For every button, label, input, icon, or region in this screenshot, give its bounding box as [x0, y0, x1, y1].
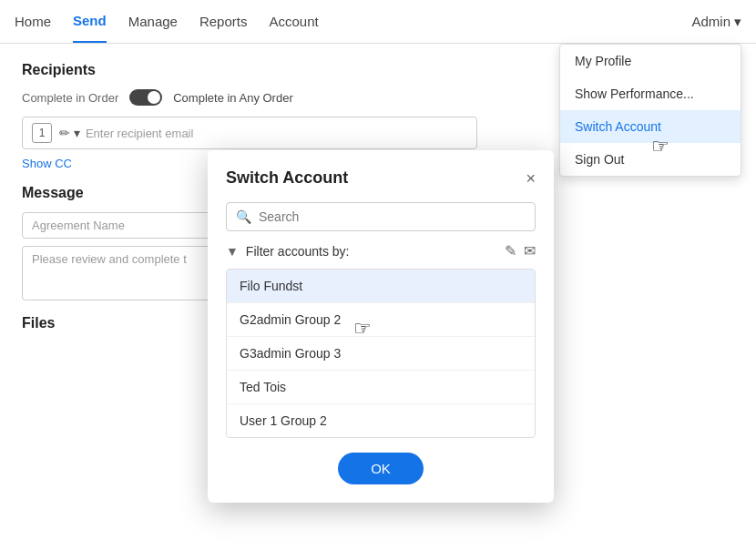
filter-label: Filter accounts by:	[246, 244, 497, 259]
filter-row: ▼ Filter accounts by: ✎ ✉	[226, 242, 536, 260]
account-item-ted-tois[interactable]: Ted Tois	[227, 371, 535, 404]
account-item-user1-group2[interactable]: User 1 Group 2	[227, 404, 535, 437]
nav-reports[interactable]: Reports	[199, 1, 248, 42]
admin-label: Admin	[691, 14, 730, 29]
admin-menu-trigger[interactable]: Admin ▾	[691, 14, 741, 30]
recipient-input-row: 1 ✏ ▾ Enter recipient email	[22, 117, 477, 149]
dialog-header: Switch Account ×	[226, 168, 536, 188]
complete-any-order-label: Complete in Any Order	[173, 91, 293, 105]
account-item-g2admin[interactable]: G2admin Group 2	[227, 303, 535, 337]
nav-account[interactable]: Account	[269, 1, 318, 42]
filter-edit-icon[interactable]: ✎	[505, 242, 516, 260]
search-box[interactable]: 🔍	[226, 202, 536, 231]
dialog-footer: OK	[226, 453, 536, 484]
switch-account-dialog: Switch Account × 🔍 ▼ Filter accounts by:…	[208, 150, 554, 503]
search-icon: 🔍	[236, 209, 251, 224]
nav-home[interactable]: Home	[15, 1, 51, 42]
nav-manage[interactable]: Manage	[128, 1, 178, 42]
account-item-g3admin[interactable]: G3admin Group 3	[227, 337, 535, 371]
admin-dropdown-menu: My Profile Show Performance... Switch Ac…	[559, 44, 741, 177]
admin-chevron-icon: ▾	[734, 14, 741, 30]
filter-actions: ✎ ✉	[505, 242, 536, 260]
nav-send[interactable]: Send	[73, 0, 107, 43]
files-title: Files	[22, 315, 55, 331]
accounts-list: Filo Fundst G2admin Group 2 G3admin Grou…	[226, 269, 536, 438]
filter-email-icon[interactable]: ✉	[524, 242, 536, 260]
recipient-email-input[interactable]: Enter recipient email	[86, 127, 194, 140]
recipient-number: 1	[32, 123, 52, 143]
complete-in-order-label: Complete in Order	[22, 91, 118, 105]
search-input[interactable]	[259, 209, 526, 224]
dropdown-item-sign-out[interactable]: Sign Out	[560, 143, 741, 176]
dropdown-item-switch-account[interactable]: Switch Account	[560, 110, 741, 143]
dropdown-item-my-profile[interactable]: My Profile	[560, 45, 741, 77]
filter-icon: ▼	[226, 244, 239, 259]
close-button[interactable]: ×	[526, 170, 536, 187]
nav-items: Home Send Manage Reports Account	[15, 0, 691, 43]
ok-button[interactable]: OK	[338, 453, 424, 484]
dropdown-item-show-performance[interactable]: Show Performance...	[560, 77, 741, 110]
complete-order-toggle[interactable]	[129, 89, 162, 106]
top-navigation: Home Send Manage Reports Account Admin ▾	[0, 0, 756, 44]
dialog-title: Switch Account	[226, 168, 348, 188]
pen-icon: ✏ ▾	[59, 126, 80, 140]
account-item-filo-fundst[interactable]: Filo Fundst	[227, 270, 535, 303]
